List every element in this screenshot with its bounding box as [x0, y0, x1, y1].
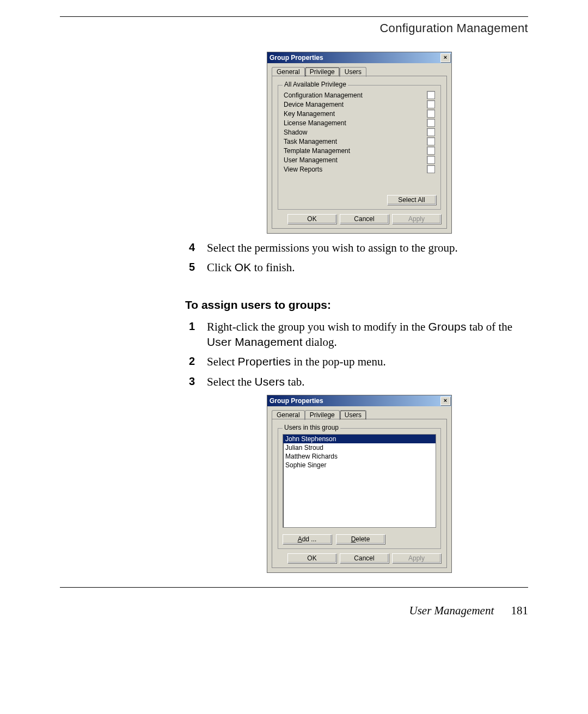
step-text: Right-click the group you wish to modify… — [207, 319, 528, 350]
privilege-checkbox[interactable] — [427, 119, 435, 127]
list-item[interactable]: John Stephenson — [283, 435, 436, 443]
privilege-checkbox[interactable] — [427, 109, 435, 118]
groupbox-legend: All Available Privilege — [283, 81, 348, 88]
group-properties-figure-privilege: Group Properties × General Privilege Use… — [267, 52, 452, 234]
ui-term: Users — [254, 375, 285, 388]
privilege-checkbox[interactable] — [427, 137, 435, 145]
text: in the pop-up menu. — [291, 355, 385, 368]
step-4: 4 Select the permissions you wish to ass… — [185, 240, 528, 255]
dialog-titlebar: Group Properties × — [267, 52, 451, 63]
privilege-checkbox[interactable] — [427, 165, 435, 173]
privilege-checkbox[interactable] — [427, 147, 435, 155]
privilege-label: View Reports — [284, 166, 322, 173]
groupbox-legend: Users in this group — [283, 424, 340, 431]
list-item[interactable]: Julian Stroud — [283, 443, 436, 452]
ui-term: User Management — [207, 335, 303, 348]
privilege-checkbox[interactable] — [427, 128, 435, 136]
chapter-header: Configuration Management — [60, 21, 528, 35]
step-number: 4 — [185, 240, 195, 255]
privilege-label: User Management — [284, 156, 338, 164]
privilege-label: Configuration Management — [284, 91, 363, 99]
ui-term: OK — [235, 261, 252, 273]
cancel-button[interactable]: Cancel — [340, 553, 389, 563]
page-footer: User Management 181 — [60, 604, 528, 618]
ui-term: Properties — [238, 355, 291, 368]
close-icon[interactable]: × — [440, 53, 450, 62]
privilege-label: Task Management — [284, 138, 337, 145]
privilege-checkbox[interactable] — [427, 100, 435, 108]
privilege-label: Template Management — [284, 147, 350, 155]
delete-button[interactable]: Delete — [336, 534, 385, 544]
privilege-checkbox[interactable] — [427, 91, 435, 99]
dialog-title: Group Properties — [270, 54, 323, 62]
list-item[interactable]: Matthew Richards — [283, 452, 436, 461]
step-text: Click OK to finish. — [207, 260, 528, 275]
group-properties-figure-users: Group Properties × General Privilege Use… — [267, 395, 452, 573]
page-number: 181 — [511, 604, 529, 617]
tab-privilege[interactable]: Privilege — [305, 67, 340, 77]
apply-button[interactable]: Apply — [392, 214, 441, 224]
users-listbox[interactable]: John Stephenson Julian Stroud Matthew Ri… — [283, 434, 436, 528]
text: elete — [356, 535, 370, 543]
step-number: 5 — [185, 260, 195, 275]
top-rule — [60, 16, 528, 17]
ok-button[interactable]: OK — [287, 214, 336, 224]
footer-section: User Management — [409, 604, 494, 617]
list-item[interactable]: Sophie Singer — [283, 461, 436, 469]
privilege-label: License Management — [284, 119, 346, 127]
text: to finish. — [252, 261, 295, 274]
step-1: 1 Right-click the group you wish to modi… — [185, 319, 528, 350]
step-text: Select the Users tab. — [207, 374, 528, 389]
ui-term: Groups — [428, 320, 467, 333]
dialog-title: Group Properties — [270, 397, 323, 405]
bottom-rule — [60, 587, 528, 588]
select-all-button[interactable]: Select All — [387, 195, 436, 205]
privilege-label: Device Management — [284, 101, 344, 108]
step-number: 2 — [185, 354, 195, 369]
ok-button[interactable]: OK — [287, 553, 336, 563]
privilege-label: Key Management — [284, 110, 335, 118]
step-5: 5 Click OK to finish. — [185, 260, 528, 275]
text: dialog. — [303, 335, 337, 349]
text: Select — [207, 355, 238, 368]
step-number: 3 — [185, 374, 195, 389]
text: tab of the — [467, 320, 513, 333]
step-2: 2 Select Properties in the pop-up menu. — [185, 354, 528, 369]
text: Right-click the group you wish to modify… — [207, 320, 428, 333]
close-icon[interactable]: × — [440, 396, 450, 405]
dialog-titlebar: Group Properties × — [267, 395, 451, 406]
privilege-label: Shadow — [284, 129, 307, 136]
text: Select the — [207, 375, 254, 388]
subheading: To assign users to groups: — [185, 298, 528, 312]
tab-users[interactable]: Users — [340, 410, 366, 420]
step-number: 1 — [185, 319, 195, 350]
step-3: 3 Select the Users tab. — [185, 374, 528, 389]
privilege-checkbox[interactable] — [427, 156, 435, 164]
text: dd ... — [302, 535, 317, 543]
privilege-list: Configuration Management Device Manageme… — [283, 91, 436, 173]
text: Click — [207, 261, 235, 274]
step-text: Select the permissions you wish to assig… — [207, 240, 528, 255]
apply-button[interactable]: Apply — [392, 553, 441, 563]
cancel-button[interactable]: Cancel — [340, 214, 389, 224]
add-button[interactable]: Add ... — [283, 534, 332, 544]
text: tab. — [285, 375, 304, 388]
step-text: Select Properties in the pop-up menu. — [207, 354, 528, 369]
